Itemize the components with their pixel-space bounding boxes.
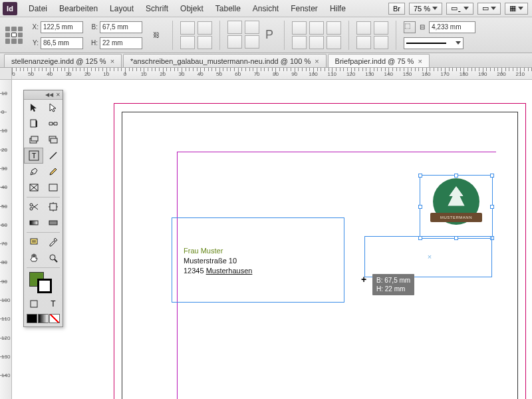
constrain-proportions-icon[interactable]: ⛓ bbox=[148, 27, 165, 44]
svg-rect-4 bbox=[51, 138, 57, 143]
fit-frame-icon[interactable] bbox=[292, 36, 307, 49]
bridge-button[interactable]: Br bbox=[388, 3, 405, 15]
tooltip-width: B: 67,5 mm bbox=[376, 276, 410, 285]
effects-icon[interactable] bbox=[356, 36, 371, 49]
arrange-button[interactable]: ▦ bbox=[505, 3, 528, 15]
content-placer-tool[interactable] bbox=[43, 132, 63, 148]
fit-prop-icon[interactable] bbox=[327, 21, 341, 35]
menu-schrift[interactable]: Schrift bbox=[140, 4, 174, 13]
place-cursor-icon: + bbox=[361, 274, 366, 285]
fit-group bbox=[292, 21, 341, 49]
corner-options-icon[interactable] bbox=[356, 21, 371, 35]
ruler-origin[interactable] bbox=[0, 68, 12, 80]
stroke-style-dropdown[interactable] bbox=[404, 37, 464, 49]
menu-ansicht[interactable]: Ansicht bbox=[247, 4, 285, 13]
screen-mode-button[interactable]: ▭ bbox=[477, 3, 501, 15]
menu-hilfe[interactable]: Hilfe bbox=[324, 4, 352, 13]
hand-tool[interactable] bbox=[24, 250, 43, 266]
note-tool[interactable] bbox=[24, 234, 43, 250]
x-input[interactable]: 122,5 mm bbox=[41, 21, 83, 33]
close-icon[interactable]: × bbox=[315, 57, 319, 65]
rectangle-frame-tool[interactable] bbox=[24, 180, 43, 196]
chevron-down-icon bbox=[432, 7, 438, 10]
transform-icons bbox=[180, 21, 212, 49]
stroke-color-swatch[interactable] bbox=[37, 279, 52, 293]
wrap-icon[interactable] bbox=[374, 21, 388, 35]
ruler-vertical[interactable]: 20100102030405060708090100110120130140 bbox=[0, 80, 12, 399]
tools-panel[interactable]: ◀◀✕ T T bbox=[23, 90, 63, 327]
flip-h-icon[interactable] bbox=[245, 21, 259, 34]
y-input[interactable]: 86,5 mm bbox=[41, 37, 83, 49]
reference-point[interactable] bbox=[4, 25, 24, 45]
page-tool[interactable] bbox=[24, 116, 43, 132]
width-input[interactable]: 67,5 mm bbox=[100, 21, 142, 33]
gradient-swatch-tool[interactable] bbox=[24, 215, 43, 231]
document-canvas[interactable]: MUSTERMANN Frau Muster Musterstraße 10 1… bbox=[12, 80, 532, 399]
shear-icon[interactable] bbox=[198, 36, 212, 49]
fill-frame-icon[interactable] bbox=[309, 36, 324, 49]
doc-tab-1[interactable]: stellenanzeige.indd @ 125 %× bbox=[4, 54, 122, 67]
auto-fit-icon[interactable] bbox=[327, 36, 341, 49]
apply-gradient-icon[interactable] bbox=[38, 314, 49, 323]
fill-stroke-swatch[interactable] bbox=[24, 269, 63, 296]
scissors-tool[interactable] bbox=[24, 199, 43, 215]
ruler-horizontal[interactable]: 6050403020100102030405060708090100110120… bbox=[12, 68, 532, 80]
menu-layout[interactable]: Layout bbox=[104, 4, 140, 13]
svg-rect-0 bbox=[31, 120, 36, 127]
formatting-container-icon[interactable] bbox=[24, 296, 43, 312]
zoom-tool[interactable] bbox=[43, 250, 63, 266]
menubar-right: Br 75 % ▭ˍ ▭ ▦ bbox=[388, 3, 532, 15]
free-transform-tool[interactable] bbox=[43, 199, 63, 215]
center-marker-icon: × bbox=[428, 253, 432, 261]
position-group: X:122,5 mm Y:86,5 mm bbox=[29, 20, 83, 51]
menu-bearbeiten[interactable]: Bearbeiten bbox=[53, 4, 104, 13]
svg-rect-18 bbox=[31, 239, 37, 244]
direct-selection-tool[interactable] bbox=[43, 100, 63, 116]
line-tool[interactable] bbox=[43, 148, 63, 164]
menu-fenster[interactable]: Fenster bbox=[285, 4, 324, 13]
menu-datei[interactable]: Datei bbox=[23, 4, 53, 13]
stroke-group: ⬚ ⊟ 4,233 mm bbox=[404, 20, 475, 51]
rectangle-tool[interactable] bbox=[43, 180, 63, 196]
logo-frame[interactable]: MUSTERMANN bbox=[420, 175, 493, 239]
flip-v-icon[interactable] bbox=[245, 35, 259, 49]
stroke-weight-input[interactable]: 4,233 mm bbox=[429, 21, 475, 33]
center-content-icon[interactable] bbox=[309, 21, 324, 35]
rotate-icon[interactable] bbox=[198, 21, 212, 35]
tools-panel-header[interactable]: ◀◀✕ bbox=[24, 90, 63, 100]
stroke-bounds-icon[interactable]: ⬚ bbox=[404, 21, 416, 33]
fit-content-icon[interactable] bbox=[292, 21, 307, 35]
svg-rect-2 bbox=[31, 136, 38, 141]
menu-bar: Id Datei Bearbeiten Layout Schrift Objek… bbox=[0, 0, 532, 17]
doc-tab-2[interactable]: *anschreiben_galabau_mustermann-neu.indd… bbox=[123, 54, 327, 67]
formatting-text-icon[interactable]: T bbox=[43, 296, 63, 312]
address-line2: Musterstraße 10 bbox=[184, 256, 252, 266]
close-icon[interactable]: × bbox=[110, 57, 114, 65]
selection-tool[interactable] bbox=[24, 100, 43, 116]
close-icon[interactable]: × bbox=[418, 57, 422, 65]
zoom-dropdown[interactable]: 75 % bbox=[409, 3, 442, 15]
pen-tool[interactable] bbox=[24, 164, 43, 180]
view-options-button[interactable]: ▭ˍ bbox=[446, 3, 473, 15]
address-text: Frau Muster Musterstraße 10 12345 Muster… bbox=[184, 246, 252, 276]
gradient-feather-tool[interactable] bbox=[43, 215, 63, 231]
scale-x-icon[interactable] bbox=[180, 21, 195, 35]
rotate-cw-icon[interactable] bbox=[227, 21, 242, 34]
apply-none-icon[interactable] bbox=[49, 314, 60, 323]
apply-color-icon[interactable] bbox=[27, 314, 37, 323]
wrap2-icon[interactable] bbox=[374, 36, 388, 49]
flip-group: P bbox=[227, 21, 277, 50]
height-input[interactable]: 22 mm bbox=[100, 37, 142, 49]
rotate-ccw-icon[interactable] bbox=[227, 35, 242, 49]
menu-tabelle[interactable]: Tabelle bbox=[209, 4, 247, 13]
p-indicator: P bbox=[262, 21, 277, 50]
pencil-tool[interactable] bbox=[43, 164, 63, 180]
type-tool[interactable]: T bbox=[24, 148, 43, 164]
gap-tool[interactable] bbox=[43, 116, 63, 132]
menu-objekt[interactable]: Objekt bbox=[174, 4, 209, 13]
doc-tab-3[interactable]: Briefpapier.indd @ 75 %× bbox=[328, 54, 430, 67]
scale-y-icon[interactable] bbox=[180, 36, 195, 49]
svg-rect-21 bbox=[31, 301, 37, 307]
content-collector-tool[interactable] bbox=[24, 132, 43, 148]
eyedropper-tool[interactable] bbox=[43, 234, 63, 250]
